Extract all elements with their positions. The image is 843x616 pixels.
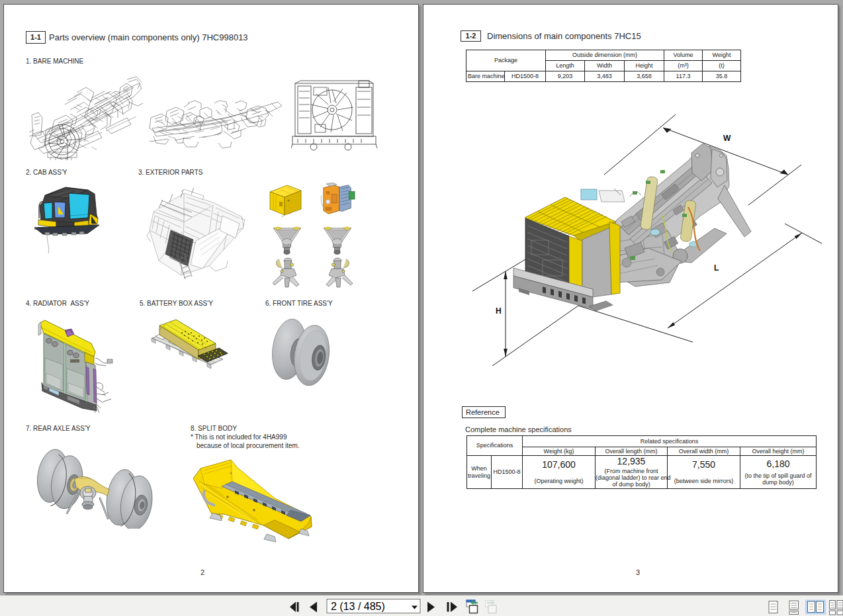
svg-text:2 (13 / 485): 2 (13 / 485) — [331, 601, 385, 612]
svg-text:H: H — [496, 306, 502, 316]
svg-text:W: W — [723, 134, 731, 143]
svg-text:L: L — [714, 263, 719, 273]
